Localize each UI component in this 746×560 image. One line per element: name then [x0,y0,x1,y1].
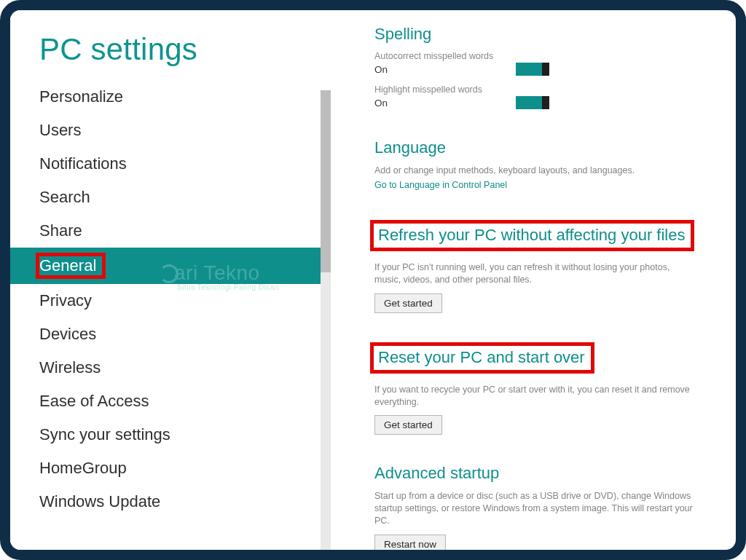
toggle-knob-icon [542,63,549,76]
content-area: PC settings Personalize Users Notificati… [10,10,736,550]
sidebar: PC settings Personalize Users Notificati… [10,10,331,550]
sidebar-item-general[interactable]: General [10,248,331,284]
refresh-section: Refresh your PC without affecting your f… [374,216,720,259]
page-title: PC settings [10,32,331,80]
sidebar-item-wireless[interactable]: Wireless [10,351,331,384]
autocorrect-label: Autocorrect misspelled words [374,51,720,61]
reset-desc: If you want to recycle your PC or start … [374,384,695,409]
reset-section: Reset your PC and start over [374,338,720,381]
sidebar-item-personalize[interactable]: Personalize [10,80,331,114]
refresh-desc: If your PC isn't running well, you can r… [374,261,695,286]
sidebar-item-homegroup[interactable]: HomeGroup [10,451,331,485]
reset-get-started-button[interactable]: Get started [374,415,442,435]
sidebar-item-users[interactable]: Users [10,114,331,147]
language-heading: Language [374,138,720,157]
highlight-value: On [374,98,388,109]
spelling-heading: Spelling [374,25,720,44]
main-panel: Spelling Autocorrect misspelled words On… [331,10,736,550]
advanced-desc: Start up from a device or disc (such as … [374,490,695,527]
language-desc: Add or change input methods, keyboard la… [374,165,695,177]
scrollbar-thumb[interactable] [321,90,331,272]
sidebar-item-search[interactable]: Search [10,181,331,214]
sidebar-item-devices[interactable]: Devices [10,318,331,351]
nav-list: Personalize Users Notifications Search S… [10,80,331,518]
autocorrect-toggle[interactable] [516,63,549,76]
autocorrect-value: On [374,64,388,75]
highlight-row: On [374,96,549,109]
toggle-knob-icon [542,96,549,109]
refresh-heading: Refresh your PC without affecting your f… [370,220,694,251]
sidebar-item-notifications[interactable]: Notifications [10,147,331,181]
sidebar-item-share[interactable]: Share [10,214,331,248]
sidebar-item-windows-update[interactable]: Windows Update [10,485,331,518]
sidebar-item-sync-your-settings[interactable]: Sync your settings [10,418,331,451]
highlight-box: General [38,255,103,277]
sidebar-item-privacy[interactable]: Privacy [10,284,331,318]
autocorrect-row: On [374,63,549,76]
language-link[interactable]: Go to Language in Control Panel [374,180,507,190]
restart-now-button[interactable]: Restart now [374,535,446,550]
window-frame: PC settings Personalize Users Notificati… [0,0,746,560]
refresh-get-started-button[interactable]: Get started [374,293,442,313]
highlight-toggle[interactable] [516,96,549,109]
reset-heading: Reset your PC and start over [370,342,594,374]
sidebar-item-ease-of-access[interactable]: Ease of Access [10,384,331,418]
advanced-heading: Advanced startup [374,464,720,483]
highlight-label: Highlight misspelled words [374,84,720,95]
